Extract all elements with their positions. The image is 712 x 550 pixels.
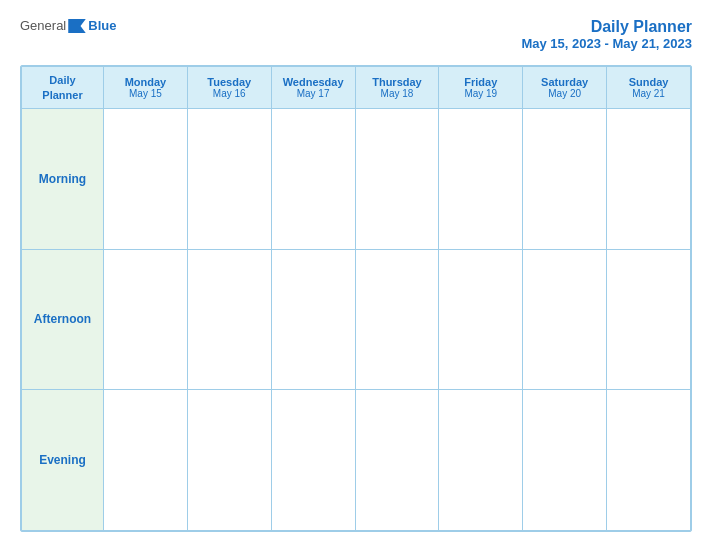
- logo-text: General Blue: [20, 18, 116, 33]
- header-friday: Friday May 19: [439, 67, 523, 109]
- header-label-cell: Daily Planner: [22, 67, 104, 109]
- header-tuesday: Tuesday May 16: [187, 67, 271, 109]
- header-monday: Monday May 15: [104, 67, 188, 109]
- page-title: Daily Planner: [521, 18, 692, 36]
- evening-monday[interactable]: [104, 390, 188, 531]
- morning-saturday[interactable]: [523, 109, 607, 250]
- morning-row: Morning: [22, 109, 691, 250]
- evening-wednesday[interactable]: [271, 390, 355, 531]
- evening-label: Evening: [22, 390, 104, 531]
- calendar: Daily Planner Monday May 15 Tuesday May …: [20, 65, 692, 532]
- morning-monday[interactable]: [104, 109, 188, 250]
- page: General Blue Daily Planner May 15, 2023 …: [0, 0, 712, 550]
- afternoon-row: Afternoon: [22, 249, 691, 390]
- morning-label: Morning: [22, 109, 104, 250]
- title-area: Daily Planner May 15, 2023 - May 21, 202…: [521, 18, 692, 51]
- morning-tuesday[interactable]: [187, 109, 271, 250]
- afternoon-saturday[interactable]: [523, 249, 607, 390]
- logo-blue: Blue: [88, 18, 116, 33]
- afternoon-tuesday[interactable]: [187, 249, 271, 390]
- svg-marker-0: [69, 19, 87, 33]
- header-sunday: Sunday May 21: [607, 67, 691, 109]
- header-wednesday: Wednesday May 17: [271, 67, 355, 109]
- afternoon-sunday[interactable]: [607, 249, 691, 390]
- planner-table: Daily Planner Monday May 15 Tuesday May …: [21, 66, 691, 531]
- evening-tuesday[interactable]: [187, 390, 271, 531]
- morning-thursday[interactable]: [355, 109, 439, 250]
- header: General Blue Daily Planner May 15, 2023 …: [20, 18, 692, 51]
- date-range: May 15, 2023 - May 21, 2023: [521, 36, 692, 51]
- header-label: Daily Planner: [24, 73, 101, 102]
- logo-area: General Blue: [20, 18, 116, 33]
- evening-sunday[interactable]: [607, 390, 691, 531]
- header-saturday: Saturday May 20: [523, 67, 607, 109]
- morning-sunday[interactable]: [607, 109, 691, 250]
- afternoon-friday[interactable]: [439, 249, 523, 390]
- evening-thursday[interactable]: [355, 390, 439, 531]
- afternoon-wednesday[interactable]: [271, 249, 355, 390]
- logo-general: General: [20, 18, 66, 33]
- header-row: Daily Planner Monday May 15 Tuesday May …: [22, 67, 691, 109]
- header-thursday: Thursday May 18: [355, 67, 439, 109]
- logo-flag-icon: [68, 19, 86, 33]
- evening-saturday[interactable]: [523, 390, 607, 531]
- morning-wednesday[interactable]: [271, 109, 355, 250]
- morning-friday[interactable]: [439, 109, 523, 250]
- afternoon-label: Afternoon: [22, 249, 104, 390]
- afternoon-thursday[interactable]: [355, 249, 439, 390]
- afternoon-monday[interactable]: [104, 249, 188, 390]
- evening-row: Evening: [22, 390, 691, 531]
- evening-friday[interactable]: [439, 390, 523, 531]
